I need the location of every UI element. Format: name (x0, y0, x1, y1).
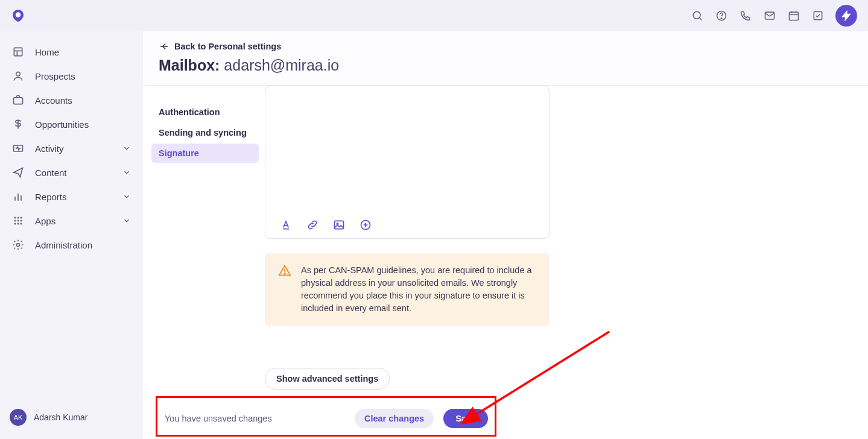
send-icon (12, 166, 24, 178)
unsaved-message: You have unsaved changes (165, 414, 355, 423)
chevron-down-icon (122, 168, 131, 177)
sidebar-item-label: Apps (35, 216, 55, 226)
sidebar-item-label: Activity (35, 144, 64, 154)
save-bar: You have unsaved changes Clear changes S… (157, 402, 495, 435)
bar-icon (12, 191, 24, 203)
show-advanced-button[interactable]: Show advanced settings (265, 368, 390, 390)
page-header: Back to Personal settings Mailbox: adars… (143, 31, 868, 86)
svg-point-4 (721, 18, 721, 19)
user-name: Adarsh Kumar (34, 412, 87, 422)
sidebar-item-home[interactable]: Home (6, 40, 137, 64)
page-title-email: adarsh@miraa.io (224, 57, 339, 74)
chevron-down-icon (122, 144, 131, 153)
sidebar-item-label: Home (35, 47, 59, 57)
sidebar-user[interactable]: AK Adarsh Kumar (6, 404, 137, 431)
editor-toolbar (265, 213, 549, 238)
save-button[interactable]: Save (443, 409, 488, 428)
back-link[interactable]: Back to Personal settings (159, 41, 852, 52)
page-title: Mailbox: adarsh@miraa.io (159, 57, 852, 74)
warning-banner: As per CAN-SPAM guidelines, you are requ… (265, 253, 550, 326)
settings-body: As per CAN-SPAM guidelines, you are requ… (265, 86, 572, 439)
sidebar-item-label: Accounts (35, 95, 72, 106)
tab-signature[interactable]: Signature (151, 144, 259, 163)
editor-content[interactable] (265, 86, 549, 213)
back-link-label: Back to Personal settings (174, 42, 281, 51)
svg-point-14 (16, 72, 21, 76)
main-panel: Back to Personal settings Mailbox: adars… (143, 31, 868, 439)
user-initials-badge: AK (10, 409, 27, 426)
sidebar-item-apps[interactable]: Apps (6, 209, 137, 233)
svg-rect-6 (790, 12, 799, 20)
sidebar-item-prospects[interactable]: Prospects (6, 64, 137, 88)
svg-point-23 (14, 220, 16, 222)
calendar-icon[interactable] (787, 9, 800, 22)
sidebar-item-administration[interactable]: Administration (6, 233, 137, 257)
svg-point-0 (16, 12, 21, 17)
clear-changes-button[interactable]: Clear changes (355, 409, 434, 428)
svg-point-1 (693, 11, 700, 19)
image-icon[interactable] (333, 219, 345, 231)
svg-rect-32 (335, 221, 344, 229)
grid-icon (12, 215, 24, 227)
warning-icon (278, 264, 291, 277)
activity-icon (12, 142, 24, 154)
sidebar-item-opportunities[interactable]: Opportunities (6, 112, 137, 136)
svg-rect-11 (14, 48, 22, 55)
avatar[interactable] (835, 5, 857, 27)
sidebar-item-label: Content (35, 168, 67, 178)
sidebar: Home Prospects Accounts Opportunities (0, 31, 143, 439)
dollar-icon (12, 118, 24, 130)
add-icon[interactable] (360, 219, 372, 231)
mail-icon[interactable] (763, 9, 776, 22)
page-title-prefix: Mailbox: (159, 57, 220, 74)
sidebar-item-label: Opportunities (35, 119, 89, 130)
svg-point-25 (21, 220, 22, 222)
svg-point-20 (14, 217, 16, 219)
help-icon[interactable] (715, 9, 728, 22)
link-icon[interactable] (306, 219, 318, 231)
chevron-down-icon (122, 216, 131, 225)
gear-icon (12, 239, 24, 251)
svg-line-2 (700, 18, 702, 21)
task-icon[interactable] (811, 9, 825, 22)
warning-text: As per CAN-SPAM guidelines, you are requ… (301, 264, 536, 315)
home-icon (12, 46, 24, 58)
phone-icon[interactable] (739, 9, 752, 22)
person-icon (12, 70, 24, 82)
svg-point-27 (17, 223, 19, 225)
signature-editor[interactable] (265, 86, 550, 239)
search-icon[interactable] (691, 9, 704, 22)
briefcase-icon (12, 94, 24, 106)
sidebar-item-reports[interactable]: Reports (6, 185, 137, 209)
svg-point-22 (21, 217, 22, 219)
sidebar-item-label: Prospects (35, 71, 75, 81)
svg-point-26 (14, 223, 16, 225)
sidebar-item-label: Administration (35, 240, 92, 250)
sidebar-item-content[interactable]: Content (6, 160, 137, 185)
chevron-down-icon (122, 192, 131, 201)
sidebar-item-activity[interactable]: Activity (6, 136, 137, 160)
svg-point-38 (284, 273, 285, 274)
svg-rect-15 (14, 98, 23, 104)
tab-sending-syncing[interactable]: Sending and syncing (151, 123, 259, 142)
tab-authentication[interactable]: Authentication (151, 103, 259, 122)
settings-tabs: Authentication Sending and syncing Signa… (143, 86, 265, 439)
top-icon-bar (691, 5, 857, 27)
sidebar-item-accounts[interactable]: Accounts (6, 88, 137, 112)
top-header (0, 0, 868, 31)
text-format-icon[interactable] (280, 219, 292, 231)
svg-point-28 (21, 223, 22, 225)
svg-point-21 (17, 217, 19, 219)
svg-point-29 (17, 244, 20, 247)
sidebar-item-label: Reports (35, 192, 67, 202)
brand-logo[interactable] (11, 8, 25, 23)
svg-point-24 (17, 220, 19, 222)
